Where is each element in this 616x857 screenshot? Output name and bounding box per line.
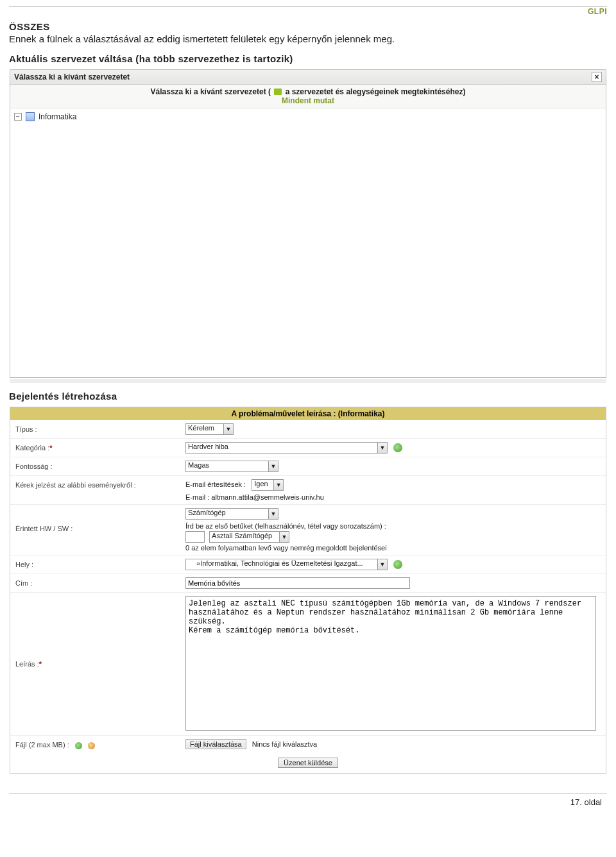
section-all-title: ÖSSZES	[9, 21, 607, 32]
chevron-down-icon[interactable]: ▼	[274, 479, 284, 491]
refresh-icon[interactable]	[393, 443, 402, 452]
chevron-down-icon[interactable]: ▼	[280, 531, 289, 543]
label-desc: Leírás :*	[15, 596, 185, 668]
section-report-title: Bejelentés létrehozása	[9, 391, 607, 402]
email-notif-select[interactable]: Igen	[252, 479, 274, 491]
title-input[interactable]	[185, 577, 410, 589]
dialog-subtitle: Válassza ki a kívánt szervezetet ( a sze…	[10, 85, 606, 96]
hw-sub-select[interactable]: Asztali Számítógép	[209, 531, 280, 543]
label-importance: Fontosság :	[15, 461, 185, 470]
label-place: Hely :	[15, 559, 185, 568]
hw-status: 0 az elem folyamatban levő vagy nemrég m…	[185, 544, 601, 552]
chevron-down-icon[interactable]: ▼	[269, 461, 278, 472]
label-notify: Kérek jelzést az alábbi eseményekről :	[15, 479, 185, 489]
chevron-down-icon[interactable]: ▼	[378, 559, 388, 570]
file-status: Nincs fájl kiválasztva	[252, 740, 317, 748]
show-all-link[interactable]: Mindent mutat	[10, 96, 606, 108]
dropdown-icon	[274, 89, 282, 95]
email-value: altmann.attila@semmelweis-univ.hu	[211, 493, 323, 501]
add-icon[interactable]	[88, 742, 95, 749]
type-select[interactable]: Kérelem	[185, 423, 224, 435]
hw-type-select[interactable]: Számítógép	[185, 508, 269, 520]
chevron-down-icon[interactable]: ▼	[378, 442, 388, 454]
section-org-title: Aktuális szervezet váltása (ha több szer…	[9, 53, 607, 64]
chevron-down-icon[interactable]: ▼	[224, 423, 234, 435]
label-file: Fájl (2 max MB) :	[15, 739, 185, 749]
org-tree: − Informatika	[10, 108, 606, 377]
category-select[interactable]: Hardver hiba	[185, 442, 378, 454]
close-icon[interactable]: ×	[592, 72, 602, 82]
ticket-form: A probléma/művelet leírása : (Informatik…	[10, 407, 606, 774]
page-number: 17. oldal	[9, 793, 607, 813]
file-choose-button[interactable]: Fájl kiválasztása	[185, 739, 246, 749]
brand-logo: GLPI	[9, 7, 607, 16]
org-selector-dialog: Válassza ki a kívánt szervezetet × Válas…	[10, 69, 606, 378]
label-title: Cím :	[15, 577, 185, 587]
importance-select[interactable]: Magas	[185, 461, 269, 472]
place-select[interactable]: »Informatikai, Technológiai és Üzemeltet…	[185, 559, 378, 570]
email-line-label: E-mail :	[185, 493, 211, 501]
help-icon[interactable]	[75, 742, 82, 749]
tree-item[interactable]: − Informatika	[14, 112, 602, 121]
tree-collapse-icon[interactable]: −	[14, 113, 22, 121]
form-header: A probléma/művelet leírása : (Informatik…	[10, 407, 606, 420]
dialog-title: Válassza ki a kívánt szervezetet	[14, 72, 130, 81]
hw-search-input[interactable]	[185, 531, 205, 543]
hw-instr: Írd be az első betűket (felhasználónév, …	[185, 522, 601, 530]
org-icon	[26, 112, 35, 121]
email-notif-label: E-mail értesítések :	[185, 480, 246, 488]
section-all-desc: Ennek a fülnek a választásával az eddig …	[9, 33, 607, 44]
label-hw: Érintett HW / SW :	[15, 508, 185, 532]
label-type: Típus :	[15, 423, 185, 433]
description-textarea[interactable]	[185, 596, 596, 731]
label-category: Kategória :*	[15, 442, 185, 452]
tree-item-label: Informatika	[38, 112, 76, 121]
submit-button[interactable]: Üzenet küldése	[278, 758, 338, 768]
refresh-icon[interactable]	[393, 560, 402, 569]
chevron-down-icon[interactable]: ▼	[269, 508, 278, 520]
